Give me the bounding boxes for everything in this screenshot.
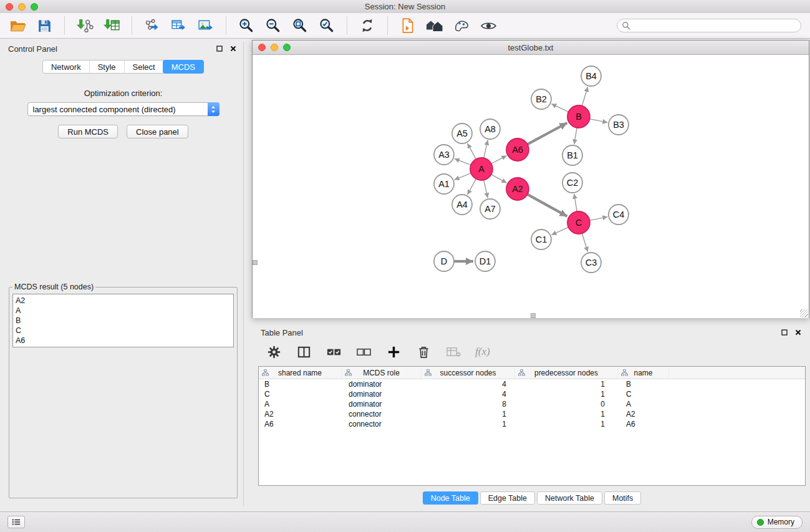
deselect-all-columns-icon[interactable] [355, 344, 372, 360]
float-panel-icon[interactable] [215, 44, 224, 54]
tab-select[interactable]: Select [124, 60, 163, 73]
graph-node-C1[interactable]: C1 [531, 230, 551, 249]
graph-node-B1[interactable]: B1 [562, 145, 582, 165]
save-session-icon[interactable] [36, 17, 53, 34]
graph-edge-A-A1[interactable] [455, 173, 471, 180]
export-image-icon[interactable] [197, 17, 215, 34]
optimization-criterion-select[interactable]: largest connected component (directed) [27, 102, 219, 116]
tab-network[interactable]: Network [43, 60, 89, 73]
network-canvas[interactable]: AA6A2BCA1A3A4A5A7A8B1B2B3B4C1C2C3C4DD1 [253, 55, 809, 318]
graph-node-D[interactable]: D [434, 251, 454, 271]
graph-edge-A-A2[interactable] [491, 175, 507, 183]
zoom-out-icon[interactable] [264, 17, 282, 34]
graph-edge-A-A6[interactable] [491, 155, 507, 163]
graph-edge-C-C4[interactable] [590, 217, 608, 221]
table-row[interactable]: A2 connector 1 1 A2 [259, 409, 805, 419]
table-row[interactable]: B dominator 4 1 B [259, 379, 805, 389]
show-columns-icon[interactable] [296, 344, 312, 360]
minimize-network-window-button[interactable] [271, 44, 278, 51]
graph-edge-C-C2[interactable] [574, 194, 577, 211]
graph-edge-A-A8[interactable] [484, 140, 488, 158]
close-window-button[interactable] [6, 3, 13, 11]
run-mcds-button[interactable]: Run MCDS [58, 125, 118, 138]
graph-edge-A-A3[interactable] [455, 158, 471, 165]
column-header-shared-name[interactable]: shared name [259, 367, 342, 379]
zoom-window-button[interactable] [31, 3, 38, 11]
network-window-titlebar[interactable]: testGlobe.txt [253, 41, 809, 55]
network-canvas-area[interactable]: AA6A2BCA1A3A4A5A7A8B1B2B3B4C1C2C3C4DD1 [253, 55, 809, 318]
add-column-plus-icon[interactable] [385, 344, 402, 360]
column-header-name[interactable]: name [618, 367, 669, 379]
graph-node-A2[interactable]: A2 [506, 178, 529, 200]
graph-node-A5[interactable]: A5 [452, 123, 472, 143]
table-settings-gear-icon[interactable] [266, 344, 282, 360]
close-panel-icon[interactable] [228, 44, 238, 54]
show-panels-button[interactable] [7, 516, 25, 528]
mcds-result-item[interactable]: B [16, 316, 231, 326]
close-network-window-button[interactable] [258, 44, 266, 51]
apply-layout-refresh-icon[interactable] [359, 17, 376, 34]
export-table-icon[interactable] [170, 17, 188, 34]
graph-edge-A-A7[interactable] [484, 180, 488, 198]
home-icon[interactable] [426, 17, 443, 34]
style-palette-icon[interactable] [453, 17, 470, 34]
table-row[interactable]: A dominator 8 0 A [259, 399, 805, 409]
graph-edge-A6-B[interactable] [528, 123, 567, 144]
graph-node-A1[interactable]: A1 [434, 174, 454, 194]
graph-edge-C-C1[interactable] [551, 227, 568, 235]
float-table-panel-icon[interactable] [779, 327, 789, 337]
tab-mcds[interactable]: MCDS [163, 60, 204, 74]
graph-node-B2[interactable]: B2 [531, 89, 551, 109]
graph-edge-B-B2[interactable] [551, 104, 568, 112]
select-all-columns-icon[interactable] [325, 344, 342, 360]
memory-button[interactable]: Memory [751, 516, 803, 529]
tab-motifs[interactable]: Motifs [604, 491, 641, 505]
graph-edge-B-B3[interactable] [590, 119, 608, 123]
graph-edge-B-B4[interactable] [582, 87, 587, 106]
table-row[interactable]: A6 connector 1 1 A6 [259, 419, 805, 429]
show-hide-graphics-eye-icon[interactable] [480, 17, 497, 34]
graph-node-C4[interactable]: C4 [609, 205, 629, 225]
graph-node-B[interactable]: B [567, 105, 590, 128]
tab-network-table[interactable]: Network Table [537, 491, 602, 505]
mcds-result-list[interactable]: A2 A B C A6 [12, 294, 234, 347]
zoom-in-icon[interactable] [238, 17, 255, 34]
bottom-scroll-stub[interactable] [531, 313, 536, 318]
graph-edge-A-A4[interactable] [468, 179, 476, 195]
graph-node-C[interactable]: C [567, 211, 590, 234]
import-table-from-file-icon[interactable] [103, 17, 120, 34]
mcds-result-item[interactable]: A6 [16, 336, 231, 346]
graph-node-C2[interactable]: C2 [562, 173, 582, 193]
graph-node-A8[interactable]: A8 [480, 119, 500, 139]
graph-node-B3[interactable]: B3 [609, 115, 629, 135]
graph-node-C3[interactable]: C3 [581, 253, 601, 273]
column-header-successor-nodes[interactable]: successor nodes [422, 367, 515, 379]
import-network-from-file-icon[interactable] [76, 17, 94, 34]
table-row[interactable]: C dominator 4 1 C [259, 389, 805, 399]
zoom-fit-content-icon[interactable] [291, 17, 309, 34]
mcds-result-item[interactable]: A2 [16, 296, 231, 306]
graph-node-A6[interactable]: A6 [506, 138, 529, 161]
tab-node-table[interactable]: Node Table [423, 491, 478, 505]
network-file-icon[interactable] [399, 17, 417, 34]
tab-edge-table[interactable]: Edge Table [480, 491, 535, 505]
graph-edge-C-C3[interactable] [582, 233, 587, 252]
open-file-icon[interactable] [9, 17, 26, 34]
mcds-result-item[interactable]: C [16, 326, 231, 336]
graph-node-A[interactable]: A [470, 158, 493, 180]
left-scroll-stub[interactable] [253, 260, 258, 265]
export-network-icon[interactable] [143, 17, 161, 34]
close-panel-button[interactable]: Close panel [127, 125, 188, 138]
graph-node-A3[interactable]: A3 [434, 145, 454, 165]
graph-edge-A2-C[interactable] [528, 195, 567, 216]
mcds-result-item[interactable]: A [16, 306, 231, 316]
search-input[interactable] [617, 19, 801, 32]
graph-edge-A-A5[interactable] [468, 143, 476, 159]
tab-style[interactable]: Style [89, 60, 124, 73]
graph-node-A7[interactable]: A7 [480, 199, 500, 219]
resize-grip-icon[interactable] [800, 309, 808, 317]
column-header-mcds-role[interactable]: MCDS role [342, 367, 422, 379]
minimize-window-button[interactable] [18, 3, 26, 11]
zoom-network-window-button[interactable] [283, 44, 291, 51]
graph-node-B4[interactable]: B4 [581, 66, 601, 86]
